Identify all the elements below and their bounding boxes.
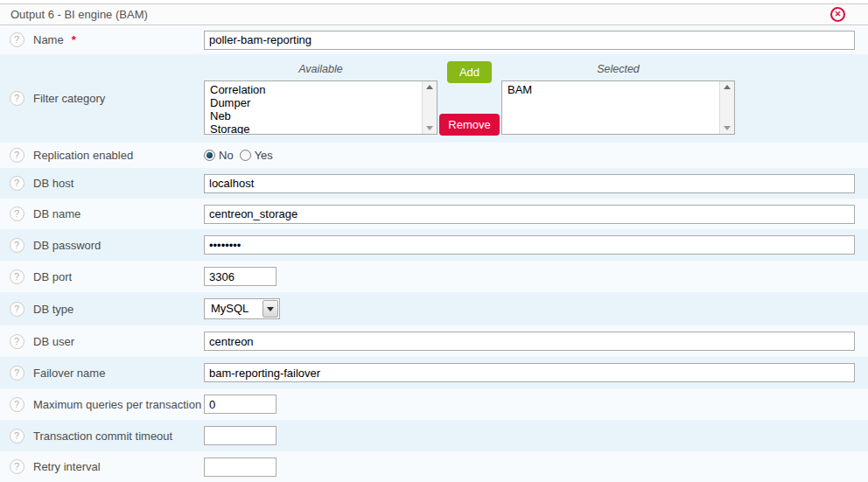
- field-label: Transaction commit timeout: [33, 430, 204, 443]
- help-icon[interactable]: ?: [10, 269, 24, 284]
- radio-no[interactable]: [204, 150, 215, 161]
- selected-list-title: Selected: [501, 61, 735, 80]
- db-user-input[interactable]: [204, 332, 855, 351]
- form-row-db-user: ? DB user: [0, 325, 868, 357]
- failover-name-input[interactable]: [204, 363, 855, 382]
- form-row-filter-category: ? Filter category Available Correlation …: [0, 54, 868, 143]
- radio-yes[interactable]: [240, 150, 251, 161]
- list-item[interactable]: Neb: [205, 109, 422, 122]
- form-row-name: ? Name*: [0, 25, 868, 54]
- help-icon[interactable]: ?: [10, 334, 24, 349]
- available-list-title: Available: [204, 61, 438, 80]
- field-label: Replication enabled: [33, 149, 204, 162]
- help-icon[interactable]: ?: [10, 429, 24, 444]
- db-type-select[interactable]: MySQL: [204, 298, 280, 319]
- db-port-input[interactable]: [204, 267, 276, 286]
- scroll-up-icon[interactable]: [724, 85, 731, 89]
- form-row-db-password: ? DB password: [0, 229, 868, 261]
- help-icon[interactable]: ?: [10, 32, 24, 47]
- form-row-db-name: ? DB name: [0, 199, 868, 229]
- form-row-max-queries: ? Maximum queries per transaction: [0, 388, 868, 420]
- field-label: DB type: [33, 303, 204, 316]
- selected-listbox[interactable]: BAM: [501, 80, 735, 135]
- help-icon[interactable]: ?: [10, 176, 24, 191]
- field-label: Failover name: [33, 367, 204, 380]
- output-config-panel: Output 6 - BI engine (BAM) ✕ ? Name* ? F…: [0, 0, 868, 482]
- available-listbox[interactable]: Correlation Dumper Neb Storage: [204, 80, 438, 135]
- dropdown-button[interactable]: [262, 300, 278, 318]
- help-icon[interactable]: ?: [10, 366, 24, 381]
- radio-no-label[interactable]: No: [219, 149, 234, 162]
- help-icon[interactable]: ?: [10, 238, 24, 253]
- field-label: DB host: [33, 177, 204, 190]
- list-item[interactable]: Storage: [205, 122, 422, 135]
- help-icon[interactable]: ?: [10, 91, 24, 106]
- form-row-db-host: ? DB host: [0, 168, 868, 199]
- db-name-input[interactable]: [204, 205, 855, 224]
- available-list-column: Available Correlation Dumper Neb Storage: [204, 61, 438, 135]
- name-input[interactable]: [204, 31, 855, 50]
- help-icon[interactable]: ?: [10, 206, 24, 221]
- scrollbar[interactable]: [422, 81, 437, 134]
- scroll-up-icon[interactable]: [426, 85, 433, 89]
- section-header: Output 6 - BI engine (BAM) ✕: [0, 3, 868, 25]
- field-label: Filter category: [33, 92, 204, 105]
- close-icon[interactable]: ✕: [830, 7, 845, 22]
- list-item[interactable]: Dumper: [205, 96, 422, 109]
- radio-yes-label[interactable]: Yes: [255, 149, 273, 162]
- commit-timeout-input[interactable]: [204, 426, 276, 445]
- db-password-input[interactable]: [204, 235, 855, 255]
- chevron-down-icon: [267, 307, 274, 311]
- field-label: Name*: [33, 33, 204, 46]
- add-button[interactable]: Add: [447, 61, 492, 83]
- field-label: Maximum queries per transaction: [33, 398, 204, 411]
- form-row-db-type: ? DB type MySQL: [0, 292, 868, 325]
- list-item[interactable]: Correlation: [205, 83, 422, 96]
- form-row-replication-enabled: ? Replication enabled No Yes: [0, 143, 868, 168]
- help-icon[interactable]: ?: [10, 397, 24, 412]
- form-row-db-port: ? DB port: [0, 261, 868, 292]
- retry-interval-input[interactable]: [204, 458, 276, 477]
- selected-list-column: Selected BAM: [501, 61, 735, 135]
- field-label: DB port: [33, 270, 204, 283]
- scroll-down-icon[interactable]: [426, 126, 433, 130]
- section-title: Output 6 - BI engine (BAM): [10, 8, 148, 21]
- help-icon[interactable]: ?: [10, 459, 24, 474]
- remove-button[interactable]: Remove: [439, 114, 499, 136]
- field-label: Retry interval: [33, 460, 204, 473]
- field-label: DB name: [33, 207, 204, 220]
- field-label: DB password: [33, 239, 204, 252]
- form-row-failover-name: ? Failover name: [0, 357, 868, 388]
- form-row-commit-timeout: ? Transaction commit timeout: [0, 420, 868, 451]
- field-label: DB user: [33, 335, 204, 348]
- list-item[interactable]: BAM: [502, 83, 719, 96]
- max-queries-input[interactable]: [204, 395, 276, 414]
- scroll-down-icon[interactable]: [724, 126, 731, 130]
- form-row-retry-interval: ? Retry interval: [0, 451, 868, 482]
- db-host-input[interactable]: [204, 174, 855, 193]
- scrollbar[interactable]: [719, 81, 734, 134]
- help-icon[interactable]: ?: [10, 148, 24, 163]
- help-icon[interactable]: ?: [10, 302, 24, 317]
- required-asterisk: *: [72, 33, 76, 46]
